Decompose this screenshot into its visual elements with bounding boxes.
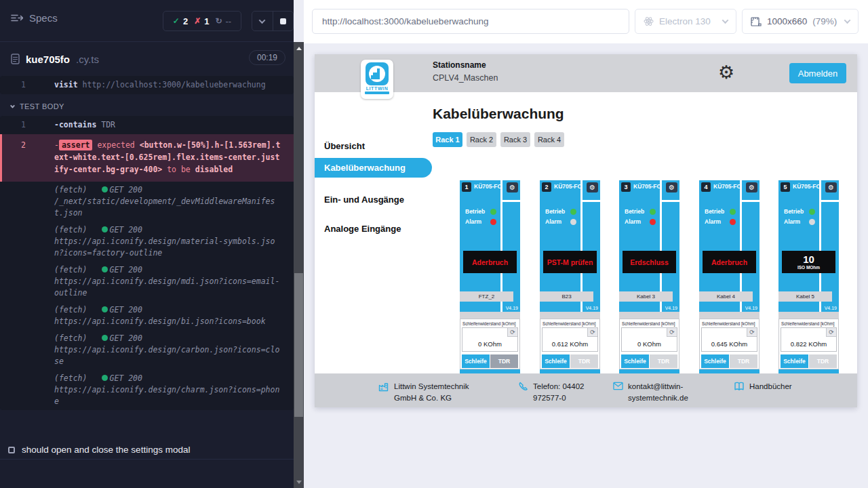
firmware-version: V4.19 xyxy=(745,306,757,310)
app-header: Stationsname CPLV4_Maschen ⚙ Abmelden xyxy=(315,54,857,92)
rack-tab[interactable]: Rack 4 xyxy=(534,132,564,147)
fetch-url: https://api.iconify.design/bi.json?icons… xyxy=(54,316,283,327)
settings-gear-icon[interactable]: ⚙ xyxy=(718,62,734,83)
scroll-up-arrow[interactable] xyxy=(294,43,304,53)
device-card: 3 KÜ705-FO ⚙ Betrieb Alarm Erdschluss Ka… xyxy=(619,180,679,373)
measure-buttons: Schleife TDR xyxy=(621,354,677,368)
sidebar-nav-item[interactable]: Übersicht xyxy=(315,136,432,155)
refresh-button[interactable]: ⟳ xyxy=(826,328,836,337)
tdr-button[interactable]: TDR xyxy=(650,354,677,368)
contains-command-row[interactable]: 1 -contains TDR xyxy=(0,116,294,134)
fetch-log-row[interactable]: (fetch)GET 200 https://api.iconify.desig… xyxy=(0,302,294,330)
specs-menu-button[interactable]: Specs xyxy=(11,12,58,24)
device-display: Aderbruch xyxy=(463,251,517,273)
fetch-log-row[interactable]: (fetch)GET 200 https://api.iconify.desig… xyxy=(0,370,294,410)
loop-resistance-value: 0.612 KOhm xyxy=(542,340,597,348)
schleife-button[interactable]: Schleife xyxy=(462,354,490,368)
command-arg: TDR xyxy=(101,120,115,129)
fetch-log-row[interactable]: (fetch)GET 200 https://api.iconify.desig… xyxy=(0,222,294,262)
rack-tab[interactable]: Rack 2 xyxy=(467,132,496,147)
runner-scrollbar[interactable] xyxy=(294,42,304,488)
display-text: PST-M prüfen xyxy=(547,258,593,266)
alarm-led xyxy=(570,219,576,225)
line-number: 1 xyxy=(15,79,26,91)
assert-state: disabled xyxy=(195,165,233,174)
spec-extension: .cy.ts xyxy=(76,54,99,65)
device-panel: 5 KÜ705-FO ⚙ Betrieb Alarm 10 ISO MOhm K… xyxy=(778,180,839,312)
stop-button[interactable] xyxy=(273,12,294,30)
status-ok-dot xyxy=(102,375,108,381)
browser-label: Electron 130 xyxy=(659,16,711,26)
alarm-status: Alarm xyxy=(625,218,656,225)
device-settings-button[interactable]: ⚙ xyxy=(746,182,757,192)
device-panel: 3 KÜ705-FO ⚙ Betrieb Alarm Erdschluss Ka… xyxy=(619,180,679,312)
scrollbar-thumb[interactable] xyxy=(294,273,303,417)
panel-divider xyxy=(580,200,600,202)
logout-button[interactable]: Abmelden xyxy=(789,63,846,83)
sidebar-nav-item[interactable]: Analoge Eingänge xyxy=(315,219,432,238)
footer-email: kontakt@littwin-systemtechnik.de xyxy=(613,381,708,404)
fetch-log-row[interactable]: (fetch)GET 200 https://api.iconify.desig… xyxy=(0,330,294,370)
page-title: Kabelüberwachung xyxy=(433,106,564,122)
alarm-led xyxy=(809,219,815,225)
section-label: TEST BODY xyxy=(20,102,64,110)
sidebar-nav-item[interactable]: Kabelüberwachung xyxy=(315,158,432,178)
refresh-button[interactable]: ⟳ xyxy=(667,328,677,337)
email-icon xyxy=(613,382,623,390)
littwin-logo: LITTWIN xyxy=(361,60,393,99)
device-panel: 4 KÜ705-FO ⚙ Betrieb Alarm Aderbruch Kab… xyxy=(699,180,760,312)
assert-badge: assert xyxy=(59,140,93,150)
spec-name: kue705fo xyxy=(26,54,70,65)
rack-tab[interactable]: Rack 1 xyxy=(433,132,462,147)
schleife-button[interactable]: Schleife xyxy=(701,354,729,368)
refresh-button[interactable]: ⟳ xyxy=(747,328,757,337)
device-settings-button[interactable]: ⚙ xyxy=(825,182,837,192)
viewport-size-select[interactable]: 1000x660 (79%) xyxy=(742,9,859,34)
schleife-button[interactable]: Schleife xyxy=(621,354,649,368)
chevron-down-icon xyxy=(10,103,15,108)
device-model: KÜ705-FO xyxy=(793,183,821,190)
viewport-size: 1000x660 xyxy=(767,16,807,26)
browser-select[interactable]: Electron 130 xyxy=(635,9,736,34)
test-body-section[interactable]: TEST BODY xyxy=(11,102,294,110)
loop-resistance-section: Schleifenwiderstand [kOhm] ⟳ 0 KOhm Schl… xyxy=(619,319,679,369)
url-input[interactable] xyxy=(312,9,629,34)
fetch-log-row[interactable]: (fetch)GET 200 https://api.iconify.desig… xyxy=(0,262,294,302)
device-display: Erdschluss xyxy=(623,251,676,273)
device-settings-button[interactable]: ⚙ xyxy=(666,182,677,192)
device-settings-button[interactable]: ⚙ xyxy=(507,182,518,192)
footer-manuals-link[interactable]: Handbücher xyxy=(734,381,792,392)
sidebar-nav-item[interactable]: Ein- und Ausgänge xyxy=(315,190,432,209)
logo-subtitle-bar xyxy=(365,92,389,94)
tdr-button[interactable]: TDR xyxy=(809,354,837,368)
alarm-status: Alarm xyxy=(784,218,815,225)
refresh-button[interactable]: ⟳ xyxy=(587,328,597,337)
loop-resistance-section: Schleifenwiderstand [kOhm] ⟳ 0 KOhm Schl… xyxy=(460,319,520,369)
loop-resistance-value: 0 KOhm xyxy=(622,340,677,348)
failed-assert-row[interactable]: 2 -assert expected <button.w-[50%].h-[1.… xyxy=(0,134,294,182)
tdr-button[interactable]: TDR xyxy=(570,354,598,368)
card-spacer xyxy=(460,312,520,319)
fetch-log-row[interactable]: (fetch)GET 200 /_next/static/development… xyxy=(0,182,294,222)
test-bullet-icon xyxy=(8,447,15,453)
panel-divider xyxy=(740,200,760,202)
tdr-button[interactable]: TDR xyxy=(490,354,518,368)
visit-command-block[interactable]: 1 visit http://localhost:3000/kabelueber… xyxy=(0,76,294,94)
fetch-tag: (fetch) xyxy=(54,265,87,274)
tdr-button[interactable]: TDR xyxy=(730,354,757,368)
schleife-button[interactable]: Schleife xyxy=(542,354,570,368)
collapse-button[interactable] xyxy=(252,12,273,30)
next-test-row[interactable]: should open and close the settings modal xyxy=(0,441,294,460)
spec-file-row[interactable]: kue705fo.cy.ts 00:19 xyxy=(0,42,294,76)
refresh-icon: ⟳ xyxy=(669,329,675,336)
card-spacer xyxy=(619,312,679,319)
scroll-down-arrow[interactable] xyxy=(294,477,304,487)
refresh-button[interactable]: ⟳ xyxy=(507,328,517,337)
betrieb-led xyxy=(650,209,656,215)
schleife-button[interactable]: Schleife xyxy=(781,354,808,368)
alarm-label: Alarm xyxy=(625,218,646,225)
refresh-icon: ↻ xyxy=(215,16,222,26)
littwin-logo-icon xyxy=(366,62,389,85)
device-settings-button[interactable]: ⚙ xyxy=(587,182,598,192)
rack-tab[interactable]: Rack 3 xyxy=(500,132,530,147)
